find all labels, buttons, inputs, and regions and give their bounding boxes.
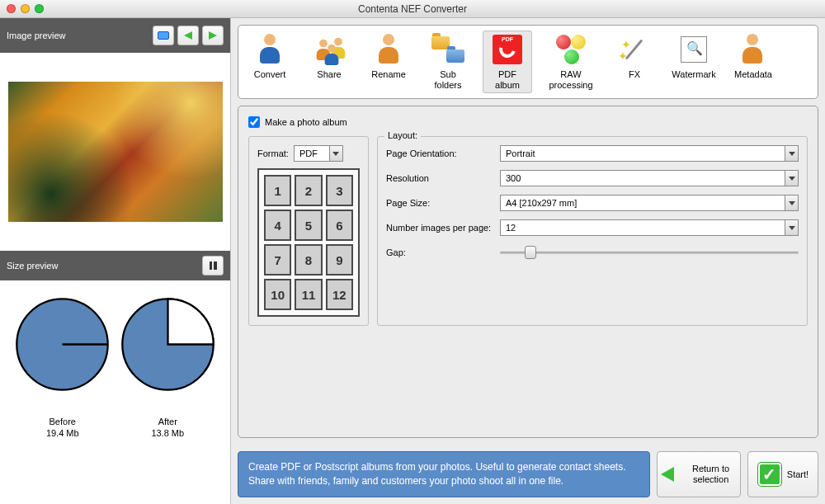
grid-cell: 1 (264, 175, 291, 206)
format-value[interactable] (295, 146, 329, 161)
tool-raw[interactable]: RAW processing (542, 31, 600, 93)
image-preview-header: Image preview (0, 18, 230, 53)
pause-button[interactable] (202, 256, 224, 276)
pie-before (15, 297, 110, 392)
watermark-icon (681, 36, 707, 63)
format-label: Format: (257, 148, 289, 158)
grid-cell: 10 (264, 279, 291, 310)
after-label: After (119, 416, 218, 427)
titlebar: Contenta NEF Converter (0, 0, 825, 18)
image-preview-label: Image preview (7, 31, 66, 40)
grid-cell: 11 (295, 279, 322, 310)
size-preview-body: Before 19.4 Mb After 13.8 Mb (0, 280, 230, 504)
tool-rename[interactable]: Rename (364, 31, 413, 82)
orientation-field[interactable] (500, 145, 799, 162)
after-value: 13.8 Mb (119, 427, 218, 439)
before-value: 19.4 Mb (13, 427, 112, 439)
start-button[interactable]: ✓ Start! (747, 451, 818, 497)
toolbar: Convert Share Rename Sub folders P (238, 25, 818, 99)
pie-after (120, 297, 215, 392)
tool-convert[interactable]: Convert (245, 31, 295, 82)
check-icon: ✓ (758, 463, 781, 486)
resolution-label: Resolution (386, 173, 500, 183)
prev-button[interactable] (177, 26, 199, 45)
tool-watermark[interactable]: Watermark (669, 31, 719, 82)
tool-fx-label: FX (612, 69, 657, 80)
page-size-label: Page Size: (386, 198, 500, 208)
tool-subfolders[interactable]: Sub folders (423, 31, 473, 93)
start-label: Start! (787, 469, 808, 480)
return-label: Return to selection (681, 464, 740, 485)
arrow-left-icon (184, 31, 192, 40)
arrow-right-icon (209, 31, 217, 40)
format-panel: Format: 123456789101112 (248, 136, 369, 326)
tool-raw-label: RAW processing (544, 69, 597, 91)
right-panel: Convert Share Rename Sub folders P (231, 18, 825, 504)
tool-share-label: Share (307, 69, 351, 80)
raw-icon (554, 35, 587, 64)
zoom-icon[interactable] (35, 4, 44, 13)
layout-panel: Layout: Page Orientation: Resolution (377, 136, 808, 326)
monitor-icon (158, 31, 169, 40)
orientation-label: Page Orientation: (386, 148, 500, 158)
tool-metadata-label: Metadata (731, 69, 776, 80)
slider-thumb-icon[interactable] (525, 246, 536, 259)
folders-icon (431, 35, 464, 64)
size-preview-header: Size preview (0, 251, 230, 280)
gap-slider[interactable] (500, 244, 799, 261)
layout-legend: Layout: (384, 130, 421, 140)
monitor-button[interactable] (153, 26, 174, 45)
arrow-left-icon (661, 467, 674, 482)
grid-cell: 8 (295, 244, 322, 276)
window-title: Contenta NEF Converter (0, 3, 825, 15)
chevron-down-icon[interactable] (785, 171, 798, 186)
before-label: Before (13, 416, 112, 427)
preview-photo (8, 82, 223, 222)
tool-fx[interactable]: FX (610, 31, 659, 82)
grid-cell: 12 (326, 279, 353, 310)
resolution-field[interactable] (500, 170, 799, 186)
tool-pdf-album[interactable]: PDF album (483, 31, 532, 93)
grid-cell: 5 (295, 210, 322, 241)
tool-rename-label: Rename (366, 69, 411, 80)
grid-cell: 6 (326, 210, 353, 241)
tool-watermark-label: Watermark (672, 69, 716, 80)
tool-metadata[interactable]: Metadata (728, 31, 778, 82)
minimize-icon[interactable] (21, 4, 30, 13)
tool-share[interactable]: Share (304, 31, 354, 82)
grid-cell: 7 (264, 244, 291, 276)
grid-cell: 9 (326, 244, 353, 276)
page-size-field[interactable] (500, 195, 799, 211)
grid-cell: 3 (326, 175, 353, 206)
make-album-checkbox[interactable] (248, 116, 260, 128)
num-images-label: Number images per page: (386, 223, 500, 233)
next-button[interactable] (202, 26, 224, 45)
image-preview-box (0, 53, 230, 251)
tool-convert-label: Convert (248, 69, 292, 80)
tool-pdf-label: PDF album (485, 69, 530, 91)
page-grid-preview: 123456789101112 (257, 168, 360, 317)
format-dropdown-icon[interactable] (329, 146, 342, 161)
left-panel: Image preview Size preview (0, 18, 231, 504)
chevron-down-icon[interactable] (785, 220, 798, 235)
fx-icon (618, 35, 651, 64)
chevron-down-icon[interactable] (785, 146, 798, 161)
chevron-down-icon[interactable] (785, 195, 798, 210)
num-images-field[interactable] (500, 219, 799, 236)
pause-icon (210, 261, 217, 270)
settings-panel: Make a photo album Format: 1234567891011… (238, 106, 818, 438)
format-combo[interactable] (294, 145, 343, 162)
tool-subfolders-label: Sub folders (426, 69, 470, 91)
make-album-label: Make a photo album (265, 117, 347, 127)
return-button[interactable]: Return to selection (657, 451, 741, 497)
grid-cell: 2 (295, 175, 322, 206)
close-icon[interactable] (7, 4, 16, 13)
size-preview-label: Size preview (7, 261, 58, 271)
grid-cell: 4 (264, 210, 291, 241)
pdf-icon (493, 35, 522, 64)
gap-label: Gap: (386, 247, 500, 257)
bottom-bar: Create PDF or Postscript albums from you… (238, 451, 818, 497)
info-box: Create PDF or Postscript albums from you… (238, 451, 650, 497)
